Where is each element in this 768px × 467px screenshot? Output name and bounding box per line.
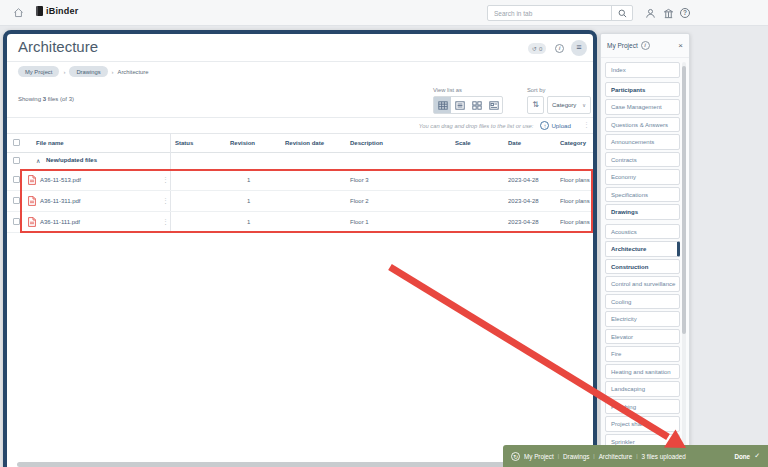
pdf-file-icon [28, 196, 36, 206]
refresh-badge[interactable]: ↺ 0 [528, 43, 546, 54]
cell-description: Floor 3 [350, 177, 369, 183]
screen: iBinder ? Architecture ↺ 0 i ≡ My Projec… [0, 0, 768, 467]
home-icon[interactable] [13, 7, 24, 18]
user-icon[interactable] [645, 8, 656, 19]
view-list-button[interactable] [451, 97, 468, 113]
column-header-revision[interactable]: Revision [230, 140, 255, 146]
row-menu-icon[interactable]: ⋮ [162, 176, 169, 184]
drag-drop-hint: You can drag and drop files to the list … [419, 123, 534, 129]
toast-crumb-drawings: Drawings [563, 453, 589, 460]
column-header-status[interactable]: Status [175, 140, 193, 146]
sidebar-item-heating-and-sanitation[interactable]: Heating and sanitation [605, 364, 680, 380]
file-count-summary: Showing 3 files (of 3) [18, 96, 74, 102]
sidebar-item-elevator[interactable]: Elevator [605, 329, 680, 345]
row-checkbox[interactable] [13, 197, 20, 204]
sort-by-select[interactable]: Category ∨ [547, 96, 591, 114]
sidebar-item-acoustics[interactable]: Acoustics [605, 224, 680, 240]
sidebar-item-announcements[interactable]: Announcements [605, 134, 680, 150]
breadcrumb-item-drawings[interactable]: Drawings [69, 66, 107, 77]
sidebar-item-project-shared[interactable]: Project shared [605, 416, 680, 432]
search-box [487, 5, 633, 21]
file-name[interactable]: A36-11-311.pdf [40, 198, 80, 204]
cell-category: Floor plans [560, 219, 591, 225]
sidebar-scrollbar-thumb[interactable] [682, 66, 686, 334]
view-grid-button[interactable] [468, 97, 485, 113]
cell-description: Floor 1 [350, 219, 369, 225]
view-table-button[interactable] [434, 97, 451, 113]
pdf-file-icon [28, 175, 36, 185]
sort-by-value: Category [552, 102, 576, 108]
help-icon[interactable]: ? [680, 8, 690, 18]
sidebar-item-architecture[interactable]: Architecture [605, 241, 680, 257]
file-group-row[interactable]: ∧ New/updated files [7, 153, 593, 170]
row-checkbox[interactable] [13, 218, 20, 225]
breadcrumb-separator-icon: › [63, 69, 65, 75]
upload-button[interactable]: ↑ Upload [540, 121, 571, 130]
sidebar-item-participants[interactable]: Participants [605, 82, 680, 98]
sidebar-item-index[interactable]: Index [605, 62, 680, 78]
collapse-icon[interactable]: ∧ [36, 157, 40, 164]
sidebar-item-electricity[interactable]: Electricity [605, 311, 680, 327]
column-header-date[interactable]: Date [508, 140, 521, 146]
sidebar-item-fire[interactable]: Fire [605, 346, 680, 362]
row-checkbox[interactable] [13, 176, 20, 183]
sort-by-label: Sort by [527, 87, 545, 93]
sidebar-item-contracts[interactable]: Contracts [605, 152, 680, 168]
organization-icon[interactable] [663, 8, 674, 19]
project-info-icon[interactable]: i [641, 41, 650, 50]
toast-separator: | [558, 453, 559, 459]
row-menu-icon[interactable]: ⋮ [162, 218, 169, 226]
upload-label: Upload [551, 122, 571, 129]
sidebar-item-economy[interactable]: Economy [605, 169, 680, 185]
sidebar-item-construction[interactable]: Construction [605, 259, 680, 275]
sidebar-item-drawings[interactable]: Drawings [605, 204, 680, 220]
group-checkbox[interactable] [13, 157, 20, 164]
column-header-description[interactable]: Description [350, 140, 383, 146]
cell-revision: 1 [247, 219, 250, 225]
cell-date: 2023-04-28 [508, 177, 539, 183]
sidebar-item-cooling[interactable]: Cooling [605, 294, 680, 310]
breadcrumb-item-my-project[interactable]: My Project [18, 66, 59, 77]
info-icon[interactable]: i [555, 44, 564, 53]
top-app-bar: iBinder ? [0, 0, 768, 26]
toast-done-button[interactable]: Done [734, 453, 750, 460]
sidebar-item-plumbing[interactable]: Plumbing [605, 399, 680, 415]
breadcrumb-separator-icon: › [112, 69, 114, 75]
sidebar-item-questions-answers[interactable]: Questions & Answers [605, 117, 680, 133]
cell-date: 2023-04-28 [508, 219, 539, 225]
search-input[interactable] [488, 6, 611, 20]
view-thumbnails-button[interactable] [485, 97, 502, 113]
project-tab-list: Index Participants Case Management Quest… [605, 62, 680, 451]
ibinder-logo[interactable]: iBinder [36, 6, 78, 16]
column-header-category[interactable]: Category [560, 140, 586, 146]
column-header-revision-date[interactable]: Revision date [285, 140, 324, 146]
file-name[interactable]: A36-11-111.pdf [40, 219, 80, 225]
divider [7, 61, 593, 62]
sort-direction-button[interactable]: ⇅ [527, 96, 544, 114]
close-icon[interactable]: × [678, 41, 683, 50]
breadcrumb: My Project › Drawings › Architecture [18, 66, 149, 77]
sidebar-item-specifications[interactable]: Specifications [605, 187, 680, 203]
search-button[interactable] [611, 6, 632, 20]
view-toggle-group [433, 96, 503, 114]
table-row[interactable]: A36-11-513.pdf ⋮ 1 Floor 3 2023-04-28 Fl… [7, 170, 593, 191]
select-all-checkbox[interactable] [13, 139, 20, 146]
column-header-scale[interactable]: Scale [455, 140, 471, 146]
sidebar-item-case-management[interactable]: Case Management [605, 99, 680, 115]
horizontal-scrollbar[interactable] [17, 462, 585, 467]
file-name[interactable]: A36-11-513.pdf [40, 177, 81, 183]
upload-more-options-icon[interactable]: ⋮ [583, 121, 590, 129]
group-label: New/updated files [46, 157, 97, 163]
toast-crumb-architecture: Architecture [599, 453, 633, 460]
row-menu-icon[interactable]: ⋮ [162, 197, 169, 205]
toast-separator: | [593, 453, 594, 459]
sidebar-item-landscaping[interactable]: Landscaping [605, 381, 680, 397]
panel-menu-button[interactable]: ≡ [571, 40, 587, 56]
list-view-icon [455, 101, 465, 110]
table-row[interactable]: A36-11-111.pdf ⋮ 1 Floor 1 2023-04-28 Fl… [7, 212, 593, 233]
tab-content-panel: Architecture ↺ 0 i ≡ My Project › Drawin… [3, 30, 597, 467]
table-row[interactable]: A36-11-311.pdf ⋮ 1 Floor 2 2023-04-28 Fl… [7, 191, 593, 212]
column-header-file-name[interactable]: File name [36, 140, 64, 146]
sidebar-item-control-and-surveillance[interactable]: Control and surveillance [605, 276, 680, 292]
pdf-file-icon [28, 217, 36, 227]
